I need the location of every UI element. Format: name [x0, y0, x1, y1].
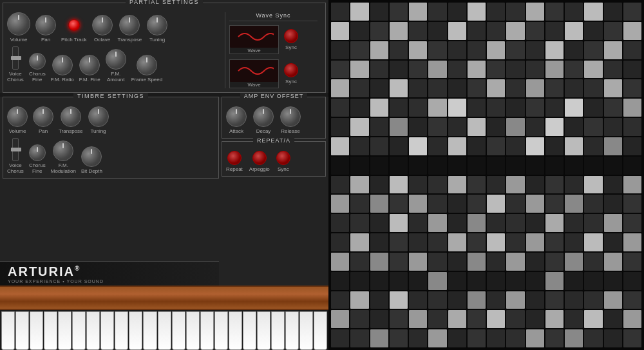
attack-knob[interactable]	[226, 106, 247, 127]
grid-cell[interactable]	[506, 253, 524, 271]
grid-cell[interactable]	[331, 272, 349, 290]
grid-cell[interactable]	[506, 195, 524, 213]
grid-cell[interactable]	[390, 310, 408, 328]
grid-cell[interactable]	[526, 157, 544, 175]
grid-cell[interactable]	[409, 137, 427, 155]
grid-cell[interactable]	[565, 291, 583, 309]
grid-cell[interactable]	[487, 214, 505, 232]
white-key[interactable]	[158, 311, 171, 350]
grid-cell[interactable]	[370, 61, 388, 79]
grid-cell[interactable]	[331, 233, 349, 251]
grid-cell[interactable]	[487, 195, 505, 213]
grid-cell[interactable]	[506, 214, 524, 232]
t-fm-mod-knob[interactable]	[53, 141, 73, 161]
grid-cell[interactable]	[370, 195, 388, 213]
grid-cell[interactable]	[604, 157, 622, 175]
grid-cell[interactable]	[390, 214, 408, 232]
grid-cell[interactable]	[604, 272, 622, 290]
grid-cell[interactable]	[604, 233, 622, 251]
grid-cell[interactable]	[487, 61, 505, 79]
grid-cell[interactable]	[350, 310, 368, 328]
grid-cell[interactable]	[350, 176, 368, 194]
grid-cell[interactable]	[487, 176, 505, 194]
grid-cell[interactable]	[565, 310, 583, 328]
t-voice-chorus-slider[interactable]	[12, 138, 19, 161]
grid-cell[interactable]	[370, 233, 388, 251]
grid-cell[interactable]	[390, 41, 408, 59]
grid-cell[interactable]	[526, 272, 544, 290]
grid-cell[interactable]	[331, 253, 349, 271]
grid-cell[interactable]	[584, 99, 602, 117]
white-key[interactable]	[100, 311, 114, 350]
grid-cell[interactable]	[526, 137, 544, 155]
grid-cell[interactable]	[526, 195, 544, 213]
grid-cell[interactable]	[390, 118, 408, 136]
grid-cell[interactable]	[390, 329, 408, 347]
grid-cell[interactable]	[487, 99, 505, 117]
grid-cell[interactable]	[448, 329, 466, 347]
grid-cell[interactable]	[526, 176, 544, 194]
grid-cell[interactable]	[604, 61, 622, 79]
grid-cell[interactable]	[487, 272, 505, 290]
grid-cell[interactable]	[526, 329, 544, 347]
grid-cell[interactable]	[468, 176, 486, 194]
grid-cell[interactable]	[468, 22, 486, 40]
grid-cell[interactable]	[506, 329, 524, 347]
grid-cell[interactable]	[487, 22, 505, 40]
grid-cell[interactable]	[448, 118, 466, 136]
grid-cell[interactable]	[370, 22, 388, 40]
grid-cell[interactable]	[545, 253, 564, 271]
grid-cell[interactable]	[390, 176, 408, 194]
white-key[interactable]	[271, 311, 285, 350]
grid-cell[interactable]	[468, 272, 486, 290]
grid-cell[interactable]	[604, 195, 622, 213]
white-key[interactable]	[72, 311, 86, 350]
grid-cell[interactable]	[350, 214, 368, 232]
grid-cell[interactable]	[428, 137, 446, 155]
grid-cell[interactable]	[604, 310, 622, 328]
grid-cell[interactable]	[487, 157, 505, 175]
volume-knob[interactable]	[7, 12, 30, 35]
grid-cell[interactable]	[428, 329, 446, 347]
grid-cell[interactable]	[526, 253, 544, 271]
grid-cell[interactable]	[370, 3, 388, 21]
grid-cell[interactable]	[623, 310, 641, 328]
grid-cell[interactable]	[468, 3, 486, 21]
grid-cell[interactable]	[370, 118, 388, 136]
grid-cell[interactable]	[487, 118, 505, 136]
grid-cell[interactable]	[506, 272, 524, 290]
grid-cell[interactable]	[604, 176, 622, 194]
grid-cell[interactable]	[448, 61, 466, 79]
white-key[interactable]	[200, 311, 214, 350]
grid-cell[interactable]	[350, 233, 368, 251]
grid-cell[interactable]	[448, 99, 466, 117]
grid-cell[interactable]	[428, 22, 446, 40]
grid-cell[interactable]	[487, 253, 505, 271]
grid-cell[interactable]	[448, 41, 466, 59]
grid-cell[interactable]	[526, 291, 544, 309]
grid-cell[interactable]	[370, 291, 388, 309]
decay-knob[interactable]	[253, 106, 274, 127]
grid-cell[interactable]	[565, 61, 583, 79]
grid-cell[interactable]	[409, 41, 427, 59]
grid-cell[interactable]	[565, 329, 583, 347]
grid-cell[interactable]	[370, 157, 388, 175]
grid-cell[interactable]	[331, 79, 349, 97]
grid-cell[interactable]	[409, 22, 427, 40]
grid-cell[interactable]	[428, 195, 446, 213]
white-key[interactable]	[214, 311, 228, 350]
grid-cell[interactable]	[623, 329, 641, 347]
grid-cell[interactable]	[428, 272, 446, 290]
grid-cell[interactable]	[390, 272, 408, 290]
grid-cell[interactable]	[409, 310, 427, 328]
grid-cell[interactable]	[623, 118, 641, 136]
grid-cell[interactable]	[623, 99, 641, 117]
grid-cell[interactable]	[526, 3, 544, 21]
t-volume-knob[interactable]	[7, 106, 28, 127]
grid-cell[interactable]	[448, 214, 466, 232]
grid-cell[interactable]	[604, 329, 622, 347]
grid-cell[interactable]	[623, 214, 641, 232]
release-knob[interactable]	[280, 106, 301, 127]
grid-cell[interactable]	[331, 157, 349, 175]
grid-cell[interactable]	[623, 79, 641, 97]
